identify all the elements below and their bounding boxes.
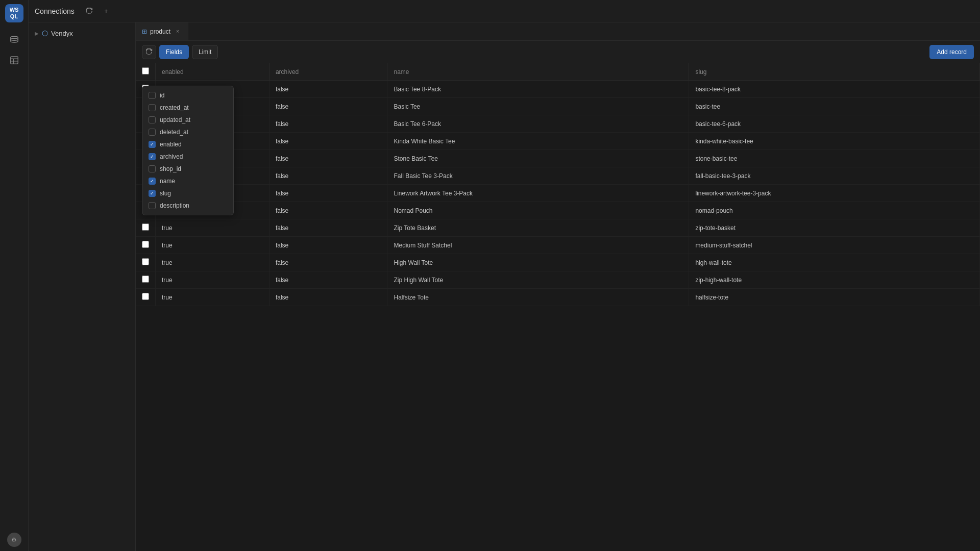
th-checkbox bbox=[136, 63, 156, 81]
cell-name: Fall Basic Tee 3-Pack bbox=[387, 167, 689, 185]
field-item-archived[interactable]: archived bbox=[142, 151, 233, 163]
field-checkbox-deleted_at[interactable] bbox=[149, 129, 156, 136]
table-row: truefalseHigh Wall Totehigh-wall-tote bbox=[136, 254, 980, 271]
th-slug: slug bbox=[689, 63, 980, 81]
sidebar-icon-database[interactable] bbox=[5, 31, 23, 49]
field-item-slug[interactable]: slug bbox=[142, 187, 233, 199]
workspace: ▶ ⬡ Vendyx ⊞ product × bbox=[29, 22, 980, 551]
th-name: name bbox=[387, 63, 689, 81]
field-item-enabled[interactable]: enabled bbox=[142, 138, 233, 151]
field-label-enabled: enabled bbox=[160, 141, 182, 148]
field-checkbox-archived[interactable] bbox=[149, 153, 156, 160]
field-checkbox-created_at[interactable] bbox=[149, 104, 156, 111]
table-row: falseKinda White Basic Teekinda-white-ba… bbox=[136, 133, 980, 150]
table-row: truefalseHalfsize Totehalfsize-tote bbox=[136, 289, 980, 306]
field-checkbox-updated_at[interactable] bbox=[149, 116, 156, 123]
field-label-slug: slug bbox=[160, 190, 171, 197]
cell-name: Halfsize Tote bbox=[387, 289, 689, 306]
cell-enabled: true bbox=[156, 289, 270, 306]
cell-enabled: true bbox=[156, 219, 270, 237]
cell-archived: false bbox=[269, 133, 387, 150]
row-checkbox-12[interactable] bbox=[142, 293, 149, 300]
svg-point-0 bbox=[10, 36, 17, 39]
table-row: truefalseMedium Stuff Satchelmedium-stuf… bbox=[136, 237, 980, 254]
cell-name: Nomad Pouch bbox=[387, 202, 689, 219]
table-row: falseStone Basic Teestone-basic-tee bbox=[136, 150, 980, 167]
cell-slug: fall-basic-tee-3-pack bbox=[689, 167, 980, 185]
field-item-created_at[interactable]: created_at bbox=[142, 102, 233, 114]
row-checkbox-10[interactable] bbox=[142, 258, 149, 265]
table-row: truefalseNomad Pouchnomad-pouch bbox=[136, 202, 980, 219]
cell-slug: zip-tote-basket bbox=[689, 219, 980, 237]
field-checkbox-slug[interactable] bbox=[149, 190, 156, 197]
field-checkbox-enabled[interactable] bbox=[149, 141, 156, 148]
field-checkbox-shop_id[interactable] bbox=[149, 165, 156, 172]
row-checkbox-11[interactable] bbox=[142, 276, 149, 283]
cell-name: Stone Basic Tee bbox=[387, 150, 689, 167]
tab-close-button[interactable]: × bbox=[174, 28, 182, 36]
field-item-deleted_at[interactable]: deleted_at bbox=[142, 126, 233, 138]
cell-name: Zip High Wall Tote bbox=[387, 271, 689, 289]
row-checkbox-9[interactable] bbox=[142, 241, 149, 248]
svg-rect-1 bbox=[10, 57, 17, 64]
field-checkbox-name[interactable] bbox=[149, 178, 156, 185]
nav-tree: ▶ ⬡ Vendyx bbox=[29, 22, 136, 551]
main-area: Connections + ▶ ⬡ Vendyx ⊞ bbox=[29, 0, 980, 551]
field-item-description[interactable]: description bbox=[142, 199, 233, 212]
table-row: falseBasic Tee 8-Packbasic-tee-8-pack bbox=[136, 81, 980, 98]
data-table: enabled archived name slug falseBasic Te… bbox=[136, 63, 980, 306]
field-label-deleted_at: deleted_at bbox=[160, 129, 188, 136]
row-checkbox-8[interactable] bbox=[142, 223, 149, 231]
field-item-updated_at[interactable]: updated_at bbox=[142, 114, 233, 126]
field-checkbox-description[interactable] bbox=[149, 202, 156, 209]
fields-button[interactable]: Fields bbox=[159, 45, 189, 59]
field-item-id[interactable]: id bbox=[142, 89, 233, 102]
cell-archived: false bbox=[269, 254, 387, 271]
field-checkbox-id[interactable] bbox=[149, 92, 156, 99]
nav-vendyx-item[interactable]: ▶ ⬡ Vendyx bbox=[29, 27, 135, 40]
add-record-button[interactable]: Add record bbox=[929, 45, 974, 59]
select-all-checkbox[interactable] bbox=[142, 67, 149, 74]
tab-table-icon: ⊞ bbox=[142, 28, 147, 35]
field-label-archived: archived bbox=[160, 153, 183, 160]
cell-archived: false bbox=[269, 150, 387, 167]
add-connection-button[interactable]: + bbox=[99, 4, 113, 18]
table-row: falseBasic Tee 6-Packbasic-tee-6-pack bbox=[136, 115, 980, 133]
app-logo[interactable]: WS QL bbox=[5, 4, 23, 22]
cell-archived: false bbox=[269, 115, 387, 133]
field-label-id: id bbox=[160, 92, 164, 99]
cell-slug: stone-basic-tee bbox=[689, 150, 980, 167]
field-item-shop_id[interactable]: shop_id bbox=[142, 163, 233, 175]
field-label-shop_id: shop_id bbox=[160, 165, 181, 172]
cell-slug: halfsize-tote bbox=[689, 289, 980, 306]
table-row: truefalseZip Tote Basketzip-tote-basket bbox=[136, 219, 980, 237]
cell-enabled: true bbox=[156, 254, 270, 271]
field-item-name[interactable]: name bbox=[142, 175, 233, 187]
th-enabled: enabled bbox=[156, 63, 270, 81]
table-container: idcreated_atupdated_atdeleted_atenableda… bbox=[136, 63, 980, 551]
cell-slug: linework-artwork-tee-3-pack bbox=[689, 185, 980, 202]
cell-name: Zip Tote Basket bbox=[387, 219, 689, 237]
user-avatar[interactable]: ⚙ bbox=[7, 533, 21, 547]
cell-name: Basic Tee 6-Pack bbox=[387, 115, 689, 133]
limit-button[interactable]: Limit bbox=[192, 45, 218, 59]
cell-name: Medium Stuff Satchel bbox=[387, 237, 689, 254]
cell-slug: high-wall-tote bbox=[689, 254, 980, 271]
sidebar-icon-table[interactable] bbox=[5, 51, 23, 69]
nav-db-icon: ⬡ bbox=[42, 29, 48, 37]
cell-slug: nomad-pouch bbox=[689, 202, 980, 219]
toolbar: Fields Limit Add record bbox=[136, 41, 980, 63]
cell-slug: zip-high-wall-tote bbox=[689, 271, 980, 289]
fields-dropdown: idcreated_atupdated_atdeleted_atenableda… bbox=[142, 86, 234, 215]
field-label-created_at: created_at bbox=[160, 104, 189, 111]
cell-name: Linework Artwork Tee 3-Pack bbox=[387, 185, 689, 202]
cell-archived: false bbox=[269, 202, 387, 219]
product-tab[interactable]: ⊞ product × bbox=[136, 22, 188, 40]
refresh-table-button[interactable] bbox=[142, 45, 156, 59]
cell-archived: false bbox=[269, 167, 387, 185]
topbar-actions: + bbox=[83, 4, 113, 18]
nav-vendyx-label: Vendyx bbox=[51, 30, 73, 37]
tab-bar: ⊞ product × bbox=[136, 22, 980, 41]
refresh-connections-button[interactable] bbox=[83, 4, 97, 18]
field-label-name: name bbox=[160, 178, 175, 185]
